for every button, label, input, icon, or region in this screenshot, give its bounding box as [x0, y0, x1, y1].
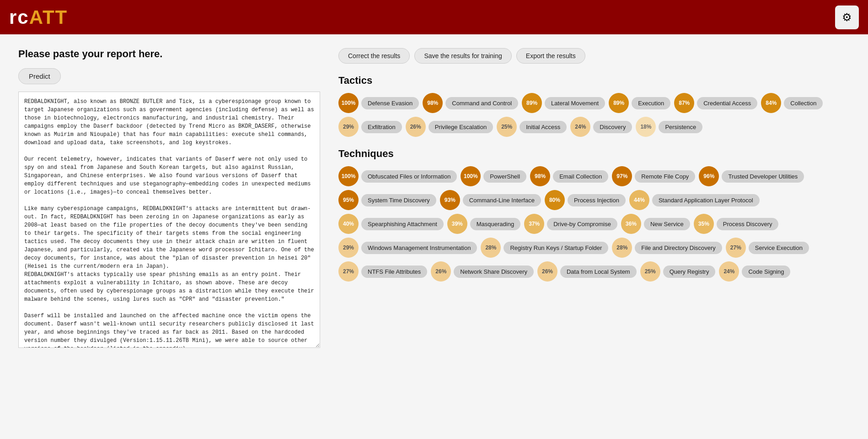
left-panel: Please paste your report here. Predict: [18, 48, 320, 350]
percentage-badge: 89%: [522, 93, 542, 113]
item-chip: 98%Command and Control: [423, 93, 518, 113]
item-chip: 24%Code Signing: [719, 261, 790, 282]
item-label: Code Signing: [742, 266, 790, 278]
item-label: New Service: [644, 218, 690, 230]
item-label: Collection: [784, 97, 823, 109]
percentage-badge: 29%: [338, 117, 359, 137]
item-label: Standard Application Layer Protocol: [652, 194, 760, 206]
percentage-badge: 87%: [674, 93, 694, 113]
item-chip: 29%Windows Management Instrumentation: [338, 238, 477, 258]
percentage-badge: 26%: [537, 261, 557, 282]
item-chip: 25%Initial Access: [497, 117, 567, 137]
item-chip: 28%File and Directory Discovery: [612, 238, 722, 258]
item-label: Lateral Movement: [545, 97, 605, 109]
percentage-badge: 89%: [609, 93, 629, 113]
item-chip: 37%Drive-by Compromise: [524, 214, 617, 234]
item-chip: 18%Persistence: [636, 117, 702, 137]
settings-button[interactable]: ⚙: [835, 5, 859, 29]
item-label: Privilege Escalation: [429, 121, 493, 133]
item-chip: 100%Obfuscated Files or Information: [338, 166, 457, 186]
item-chip: 26%Data from Local System: [537, 261, 637, 282]
item-label: Registry Run Keys / Startup Folder: [504, 242, 608, 254]
item-label: Obfuscated Files or Information: [361, 170, 457, 183]
item-label: System Time Discovery: [361, 194, 436, 206]
percentage-badge: 25%: [497, 117, 517, 137]
item-chip: 44%Standard Application Layer Protocol: [629, 190, 760, 210]
percentage-badge: 27%: [338, 261, 359, 282]
percentage-badge: 44%: [629, 190, 649, 210]
item-label: Trusted Developer Utilities: [722, 170, 804, 183]
item-label: Initial Access: [520, 121, 567, 133]
item-chip: 89%Execution: [609, 93, 670, 113]
item-chip: 93%Command-Line Interface: [440, 190, 541, 210]
item-label: Command and Control: [445, 97, 518, 109]
main-content: Please paste your report here. Predict C…: [0, 34, 868, 363]
item-label: Data from Local System: [560, 266, 637, 278]
item-label: Process Injection: [568, 194, 626, 206]
item-label: Query Registry: [663, 266, 716, 278]
app-header: rcATT ⚙: [0, 0, 868, 34]
item-label: Execution: [632, 97, 670, 109]
techniques-title: Techniques: [338, 148, 850, 160]
techniques-grid: 100%Obfuscated Files or Information100%P…: [338, 166, 850, 282]
percentage-badge: 98%: [530, 166, 550, 186]
percentage-badge: 24%: [719, 261, 739, 282]
item-chip: 26%Privilege Escalation: [406, 117, 493, 137]
item-chip: 96%Trusted Developer Utilities: [699, 166, 804, 186]
item-label: Windows Management Instrumentation: [361, 242, 477, 254]
item-chip: 26%Network Share Discovery: [431, 261, 534, 282]
item-chip: 39%Masquerading: [447, 214, 520, 234]
percentage-badge: 100%: [461, 166, 481, 186]
save-training-button[interactable]: Save the results for training: [414, 48, 511, 64]
item-chip: 100%Defense Evasion: [338, 93, 419, 113]
gear-icon: ⚙: [842, 11, 852, 24]
item-label: Drive-by Compromise: [547, 218, 617, 230]
right-panel: Correct the results Save the results for…: [338, 48, 850, 350]
percentage-badge: 24%: [570, 117, 590, 137]
item-label: Credential Access: [697, 97, 757, 109]
item-label: Persistence: [659, 121, 702, 133]
percentage-badge: 84%: [761, 93, 781, 113]
item-label: Spearphishing Attachment: [361, 218, 444, 230]
item-label: Email Collection: [553, 170, 608, 183]
percentage-badge: 95%: [338, 190, 359, 210]
page-title: Please paste your report here.: [18, 48, 320, 60]
percentage-badge: 100%: [338, 93, 359, 113]
item-chip: 27%NTFS File Attributes: [338, 261, 427, 282]
item-label: Discovery: [593, 121, 632, 133]
percentage-badge: 93%: [440, 190, 460, 210]
report-textarea[interactable]: [18, 92, 320, 348]
percentage-badge: 80%: [545, 190, 565, 210]
tactics-title: Tactics: [338, 75, 850, 87]
item-chip: 100%PowerShell: [461, 166, 526, 186]
item-chip: 27%Service Execution: [726, 238, 809, 258]
app-logo: rcATT: [9, 6, 68, 28]
percentage-badge: 26%: [406, 117, 426, 137]
percentage-badge: 18%: [636, 117, 656, 137]
item-label: NTFS File Attributes: [361, 266, 427, 278]
item-chip: 80%Process Injection: [545, 190, 626, 210]
logo-att: ATT: [29, 6, 68, 28]
logo-rc: rc: [9, 6, 29, 28]
percentage-badge: 35%: [694, 214, 714, 234]
item-label: Exfiltration: [361, 121, 402, 133]
percentage-badge: 100%: [338, 166, 359, 186]
percentage-badge: 37%: [524, 214, 544, 234]
percentage-badge: 25%: [640, 261, 660, 282]
item-label: Service Execution: [749, 242, 809, 254]
item-chip: 84%Collection: [761, 93, 823, 113]
percentage-badge: 96%: [699, 166, 719, 186]
predict-button[interactable]: Predict: [18, 68, 61, 84]
percentage-badge: 29%: [338, 238, 359, 258]
correct-results-button[interactable]: Correct the results: [338, 48, 410, 64]
percentage-badge: 39%: [447, 214, 467, 234]
percentage-badge: 28%: [481, 238, 501, 258]
item-chip: 24%Discovery: [570, 117, 632, 137]
item-chip: 36%New Service: [621, 214, 690, 234]
item-chip: 89%Lateral Movement: [522, 93, 605, 113]
percentage-badge: 97%: [612, 166, 632, 186]
export-results-button[interactable]: Export the results: [516, 48, 585, 64]
tactics-grid: 100%Defense Evasion98%Command and Contro…: [338, 93, 850, 137]
item-label: Masquerading: [470, 218, 520, 230]
percentage-badge: 98%: [423, 93, 443, 113]
